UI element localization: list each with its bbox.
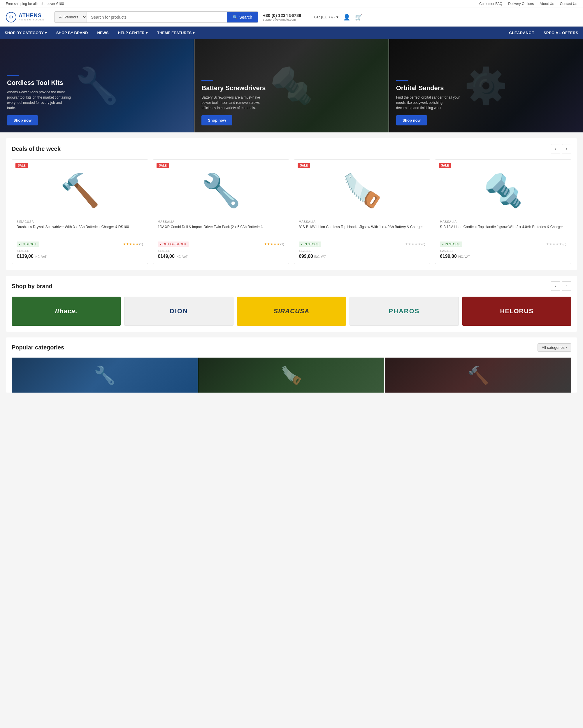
search-area: All Vendors 🔍 Search (54, 11, 258, 23)
product-name-1: Brushless Drywall Screwdriver With 3 x 2… (17, 225, 143, 239)
brand-helorus-label: HELORUS (500, 307, 534, 315)
product-rating-3: ★★★★★ (0) (405, 242, 425, 246)
nav-shop-by-category-label: SHOP BY CATEGORY (5, 31, 44, 35)
brand-dion[interactable]: DION (124, 296, 233, 326)
brand-siracusa[interactable]: SIRACUSA (237, 296, 346, 326)
product-icon-3: 🪚 (342, 172, 382, 209)
search-button[interactable]: 🔍 Search (227, 12, 258, 23)
brand-section: Shop by brand ‹ › Ithaca. DION SIRACUSA … (6, 276, 577, 332)
product-rating-1: ★★★★★ (1) (123, 242, 143, 246)
nav-theme-features-arrow: ▾ (193, 31, 195, 35)
hero-btn-1[interactable]: Shop now (7, 115, 38, 125)
product-img-4: 🔩 (440, 164, 566, 217)
nav-theme-features[interactable]: THEME FEATURES ▾ (152, 27, 199, 39)
product-card-4[interactable]: SALE 🔩 MASSALIA S-B 18V Li-ion Cordless … (435, 159, 571, 264)
brand-helorus[interactable]: HELORUS (462, 296, 571, 326)
nav-shop-by-brand[interactable]: SHOP BY BRAND (52, 27, 93, 39)
product-img-3: 🪚 (299, 164, 425, 217)
delivery-options-link[interactable]: Delivery Options (508, 2, 534, 6)
product-price-row-4: €199,00 INC. VAT (440, 254, 566, 259)
deals-next-arrow[interactable]: › (562, 144, 571, 153)
nav-news[interactable]: NEWS (93, 27, 113, 39)
brand-ithaca[interactable]: Ithaca. (12, 296, 121, 326)
popular-section: Popular categories All categories › 🔧 🪚 … (6, 337, 577, 393)
brand-nav-arrows: ‹ › (551, 282, 571, 291)
nav-help-center[interactable]: HELP CENTER ▾ (113, 27, 153, 39)
product-price-old-3: €129,00 (299, 249, 425, 253)
product-status-1: IN STOCK (17, 241, 39, 247)
deals-prev-arrow[interactable]: ‹ (551, 144, 560, 153)
popular-title: Popular categories (12, 344, 64, 351)
about-us-link[interactable]: About Us (539, 2, 554, 6)
brand-next-arrow[interactable]: › (562, 282, 571, 291)
all-categories-arrow: › (566, 345, 567, 350)
cart-icon[interactable]: 🛒 (355, 14, 362, 21)
category-preview-1[interactable]: 🔧 (12, 358, 198, 393)
sale-badge-2: SALE (157, 163, 169, 168)
header: ⚙ ATHENS POWER TOOLS All Vendors 🔍 Searc… (0, 8, 583, 27)
product-name-3: 8JS-B 18V Li-ion Cordless Top Handle Jig… (299, 225, 425, 239)
category-preview-2[interactable]: 🪚 (198, 358, 385, 393)
product-review-count-3: (0) (421, 242, 425, 246)
nav-help-center-label: HELP CENTER (118, 31, 145, 35)
nav-shop-by-category[interactable]: SHOP BY CATEGORY ▾ (0, 27, 52, 39)
customer-faq-link[interactable]: Customer FAQ (479, 2, 502, 6)
search-button-label: Search (239, 15, 252, 20)
product-price-new-3: €99,00 (299, 254, 313, 259)
hero-title-1: Cordless Tool Kits (7, 79, 187, 87)
product-stars-3: ★★★★★ (405, 242, 421, 246)
header-icons: 👤 🛒 (343, 14, 362, 21)
arrow-right-icon: › (566, 147, 567, 151)
vendor-select[interactable]: All Vendors (55, 12, 87, 23)
product-vat-2: INC. VAT (176, 255, 188, 258)
product-price-row-1: €139,00 INC. VAT (17, 254, 143, 259)
product-card-2[interactable]: SALE 🔧 MASSALIA 18V XR Combi Drill & Imp… (153, 159, 289, 264)
brand-arrow-left-icon: ‹ (555, 284, 556, 288)
product-status-row-4: IN STOCK ★★★★★ (0) (440, 241, 566, 247)
nav-bar: SHOP BY CATEGORY ▾ SHOP BY BRAND NEWS HE… (0, 27, 583, 39)
all-categories-label: All categories (542, 345, 565, 350)
all-categories-button[interactable]: All categories › (537, 343, 571, 352)
product-stars-4: ★★★★★ (546, 242, 562, 246)
product-price-new-1: €139,00 (17, 254, 33, 259)
logo[interactable]: ⚙ ATHENS POWER TOOLS (6, 12, 50, 23)
nav-right: CLEARANCE SPECIAL OFFERS (504, 27, 583, 39)
product-price-new-2: €149,00 (158, 254, 175, 259)
product-card-3[interactable]: SALE 🪚 MASSALIA 8JS-B 18V Li-ion Cordles… (294, 159, 430, 264)
contact-us-link[interactable]: Contact Us (560, 2, 577, 6)
nav-theme-features-label: THEME FEATURES (157, 31, 192, 35)
shipping-text: Free shipping for all orders over €100 (6, 2, 64, 6)
hero-banner-1[interactable]: 🔧 Cordless Tool Kits Athens Power Tools … (0, 39, 194, 132)
product-brand-3: MASSALIA (299, 220, 425, 224)
top-bar: Free shipping for all orders over €100 C… (0, 0, 583, 8)
product-icon-1: 🔨 (60, 172, 100, 209)
search-input[interactable] (87, 12, 227, 23)
nav-shop-by-brand-label: SHOP BY BRAND (56, 31, 88, 35)
currency-selector[interactable]: GR (EUR €) ▾ (314, 15, 338, 19)
hero-banner-2[interactable]: 🔩 Battery Screwdrivers Battery Screwdriv… (194, 39, 389, 132)
logo-sub: POWER TOOLS (19, 18, 45, 21)
product-card-1[interactable]: SALE 🔨 SIRACUSA Brushless Drywall Screwd… (12, 159, 148, 264)
product-status-row-3: IN STOCK ★★★★★ (0) (299, 241, 425, 247)
nav-special-offers[interactable]: SPECIAL OFFERS (539, 27, 583, 39)
nav-clearance[interactable]: CLEARANCE (504, 27, 539, 39)
brand-pharos-label: PHAROS (389, 307, 419, 315)
hero-accent-bar-3 (396, 80, 408, 81)
brand-prev-arrow[interactable]: ‹ (551, 282, 560, 291)
hero-accent-bar-1 (7, 75, 19, 76)
logo-text: ATHENS POWER TOOLS (19, 13, 45, 22)
nav-special-offers-label: SPECIAL OFFERS (544, 31, 578, 35)
product-stars-2: ★★★★★ (264, 242, 280, 246)
hero-btn-2[interactable]: Shop now (201, 115, 232, 125)
category-preview-3[interactable]: 🔨 (385, 358, 571, 393)
contact-phone: +30 (0) 1234 56789 (263, 13, 310, 18)
hero-btn-3[interactable]: Shop now (396, 115, 427, 125)
product-img-2: 🔧 (158, 164, 284, 217)
user-icon[interactable]: 👤 (343, 14, 351, 21)
hero-banner-3[interactable]: ⚙️ Orbital Sanders Find the perfect orbi… (389, 39, 583, 132)
brand-pharos[interactable]: PHAROS (350, 296, 459, 326)
brand-ithaca-label: Ithaca. (55, 307, 78, 315)
top-bar-links: Customer FAQ Delivery Options About Us C… (479, 2, 577, 6)
product-brand-1: SIRACUSA (17, 220, 143, 224)
deals-section: Deals of the week ‹ › SALE 🔨 SIRACUSA Br… (6, 138, 577, 270)
